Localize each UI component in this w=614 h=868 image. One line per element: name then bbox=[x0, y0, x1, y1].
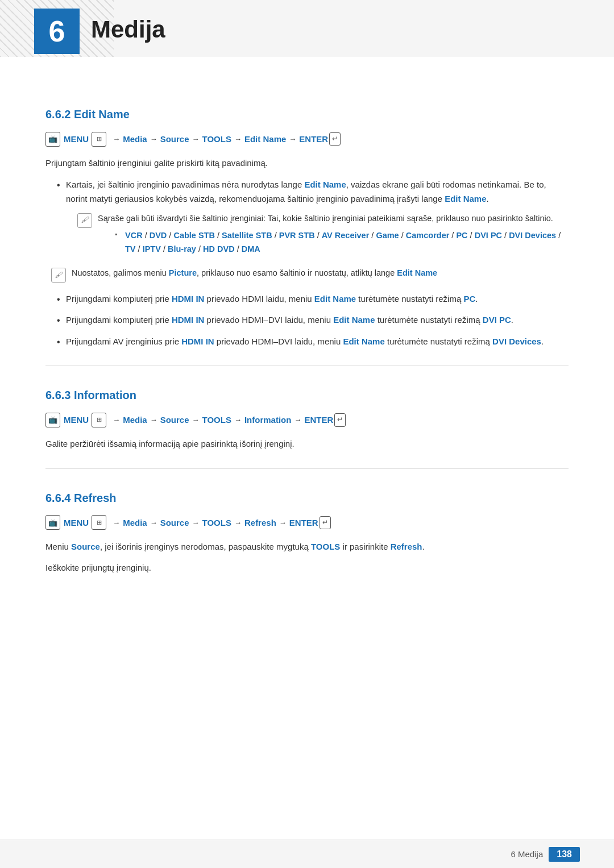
menu-icon-662: 📺 bbox=[45, 132, 60, 147]
sub-list-662-1: VCR / DVD / Cable STB / Satellite STB / … bbox=[98, 229, 569, 256]
chapter-title: Medija bbox=[91, 16, 165, 43]
section-662-heading: 6.6.2 Edit Name bbox=[45, 108, 569, 121]
enter-icon-664: ↵ bbox=[320, 516, 331, 530]
menu-icon-664: 📺 bbox=[45, 515, 60, 530]
grid-icon-663: ⊞ bbox=[92, 413, 106, 427]
footer-page: 138 bbox=[549, 847, 580, 862]
arrow2-664: → bbox=[150, 516, 157, 529]
bullet-662-1: Kartais, jei šaltinio įrenginio pavadini… bbox=[57, 177, 569, 260]
arrow3-662: → bbox=[192, 132, 200, 146]
bullet-list-662b: Prijungdami kompiuterį prie HDMI IN prie… bbox=[45, 292, 569, 349]
arrow5-664: → bbox=[279, 516, 287, 529]
divider-1 bbox=[45, 366, 569, 366]
chapter-box: 6 bbox=[34, 9, 80, 54]
body-664: Meniu Source, jei išorinis įrenginys ner… bbox=[45, 539, 569, 554]
cmd-tools-662: TOOLS bbox=[202, 131, 231, 147]
body-663: Galite peržiūrėti išsamią informaciją ap… bbox=[45, 437, 569, 451]
bullet-list-662: Kartais, jei šaltinio įrenginio pavadini… bbox=[45, 177, 569, 260]
note-662-2-text: Nuostatos, galimos meniu Picture, prikla… bbox=[72, 267, 437, 280]
bullet-662-1-text: Kartais, jei šaltinio įrenginio pavadini… bbox=[66, 180, 546, 204]
cmd-source-662: Source bbox=[160, 131, 189, 147]
section-663-heading: 6.6.3 Information bbox=[45, 389, 569, 402]
cmd-media-664: Media bbox=[123, 515, 147, 530]
arrow1-664: → bbox=[113, 516, 120, 529]
command-662: 📺 MENU ⊞ → Media → Source → TOOLS → Edit… bbox=[45, 131, 569, 147]
note-662-1-content: Sąraše gali būti išvardyti šie šaltinio … bbox=[98, 212, 569, 260]
cmd-tools-664: TOOLS bbox=[202, 515, 231, 530]
note-662-2: 🖋 Nuostatos, galimos meniu Picture, prik… bbox=[51, 267, 569, 283]
cmd-source-664: Source bbox=[160, 515, 189, 530]
cmd-menu-663: MENU bbox=[64, 412, 89, 427]
enter-icon-663: ↵ bbox=[334, 413, 346, 427]
cmd-tools-663: TOOLS bbox=[202, 412, 231, 427]
arrow3-663: → bbox=[192, 413, 200, 426]
divider-2 bbox=[45, 468, 569, 469]
cmd-enter-664: ENTER bbox=[289, 515, 318, 530]
grid-icon-662: ⊞ bbox=[92, 132, 106, 147]
arrow2-662: → bbox=[150, 132, 157, 146]
command-664: 📺 MENU ⊞ → Media → Source → TOOLS → Refr… bbox=[45, 515, 569, 530]
bullet-662-4: Prijungdami AV įrenginius prie HDMI IN p… bbox=[57, 334, 569, 349]
chapter-number: 6 bbox=[49, 16, 65, 46]
body-664-2: Ieškokite prijungtų įrenginių. bbox=[45, 560, 569, 575]
note-662-1-text: Sąraše gali būti išvardyti šie šaltinio … bbox=[98, 214, 553, 223]
arrow4-663: → bbox=[234, 413, 242, 426]
page-footer: 6 Medija 138 bbox=[0, 840, 614, 868]
menu-icon-663: 📺 bbox=[45, 413, 60, 427]
command-663: 📺 MENU ⊞ → Media → Source → TOOLS → Info… bbox=[45, 412, 569, 427]
footer-label: 6 Medija bbox=[511, 849, 544, 859]
cmd-refresh-664: Refresh bbox=[244, 515, 276, 530]
sub-list-item-662-1: VCR / DVD / Cable STB / Satellite STB / … bbox=[115, 229, 569, 256]
arrow3-664: → bbox=[192, 516, 200, 529]
bullet-662-2-text: Prijungdami kompiuterį prie HDMI IN prie… bbox=[66, 294, 478, 304]
main-content: 6.6.2 Edit Name 📺 MENU ⊞ → Media → Sourc… bbox=[0, 74, 614, 628]
cmd-enter-663: ENTER bbox=[304, 412, 333, 427]
arrow5-662: → bbox=[289, 132, 296, 146]
cmd-media-662: Media bbox=[123, 131, 147, 147]
note-662-1: 🖋 Sąraše gali būti išvardyti šie šaltini… bbox=[77, 212, 569, 260]
cmd-media-663: Media bbox=[123, 412, 147, 427]
cmd-editname-662: Edit Name bbox=[244, 131, 286, 147]
cmd-menu-664: MENU bbox=[64, 515, 89, 530]
arrow1-662: → bbox=[113, 132, 120, 146]
cmd-enter-662: ENTER bbox=[299, 131, 328, 147]
grid-icon-664: ⊞ bbox=[92, 515, 106, 530]
arrow4-664: → bbox=[234, 516, 242, 529]
bullet-662-3: Prijungdami kompiuterį prie HDMI IN prie… bbox=[57, 313, 569, 327]
arrow4-662: → bbox=[234, 132, 242, 146]
arrow2-663: → bbox=[150, 413, 157, 426]
bullet-662-2: Prijungdami kompiuterį prie HDMI IN prie… bbox=[57, 292, 569, 306]
bullet-662-3-text: Prijungdami kompiuterį prie HDMI IN prie… bbox=[66, 315, 513, 325]
intro-662: Prijungtam šaltinio įrenginiui galite pr… bbox=[45, 156, 569, 171]
cmd-menu-662: MENU bbox=[64, 131, 89, 147]
arrow1-663: → bbox=[113, 413, 120, 426]
enter-icon-662: ↵ bbox=[329, 132, 341, 146]
bullet-662-4-text: Prijungdami AV įrenginius prie HDMI IN p… bbox=[66, 337, 544, 346]
note-icon-662-2: 🖋 bbox=[51, 268, 66, 283]
arrow5-663: → bbox=[294, 413, 301, 426]
note-icon-662-1: 🖋 bbox=[77, 213, 92, 228]
cmd-info-663: Information bbox=[244, 412, 292, 427]
cmd-source-663: Source bbox=[160, 412, 189, 427]
section-664-heading: 6.6.4 Refresh bbox=[45, 492, 569, 505]
